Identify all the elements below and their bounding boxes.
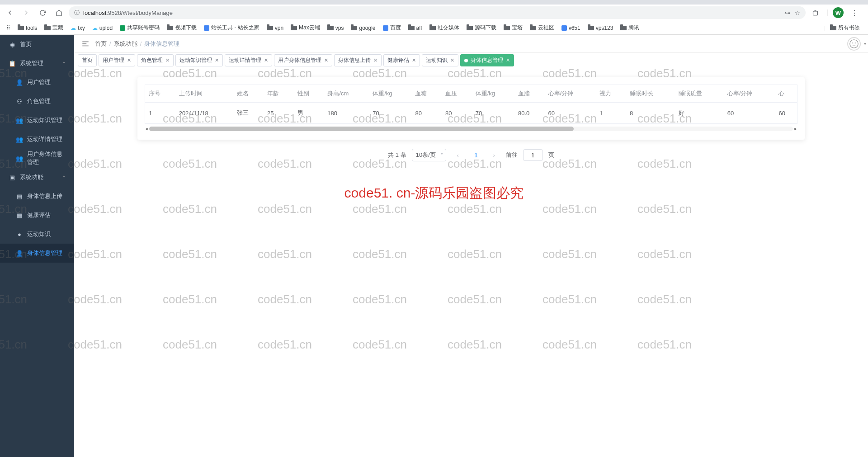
bookmark-item[interactable]: aff <box>406 22 425 33</box>
sidebar-item[interactable]: 👥运动详情管理 <box>0 130 74 149</box>
bookmark-item[interactable]: ☁uplod <box>90 22 115 33</box>
bookmark-item[interactable]: 社交媒体 <box>427 22 462 33</box>
close-icon[interactable]: ✕ <box>264 57 268 63</box>
tab-chip[interactable]: 运动详情管理✕ <box>225 54 272 66</box>
bookmark-item[interactable]: 视频下载 <box>164 22 199 33</box>
horizontal-scrollbar[interactable]: ◄ ► <box>145 125 797 132</box>
hamburger-icon[interactable] <box>81 40 90 48</box>
sidebar-label: 系统管理 <box>20 59 43 67</box>
bookmark-label: 云社区 <box>538 24 554 32</box>
sidebar-item-label: 用户管理 <box>27 78 51 86</box>
table-row[interactable]: 12024/11/18张三25男1807080807080.06018好6060 <box>145 103 797 124</box>
bookmark-item[interactable]: 腾讯 <box>618 22 642 33</box>
bookmark-item[interactable]: ☁txy <box>68 22 87 33</box>
next-page-button[interactable]: › <box>488 149 500 161</box>
bookmark-item[interactable]: vps <box>325 22 347 33</box>
bookmark-item[interactable]: 共享账号密码 <box>117 22 162 33</box>
table-header: 年龄 <box>264 85 294 103</box>
bookmark-item[interactable]: tools <box>15 22 40 33</box>
close-icon[interactable]: ✕ <box>412 57 416 63</box>
tab-chip[interactable]: 运动知识✕ <box>422 54 458 66</box>
breadcrumb-item[interactable]: 首页 <box>95 40 107 48</box>
folder-icon <box>327 26 334 30</box>
bookmark-item[interactable]: Max云端 <box>288 22 323 33</box>
bookmark-item[interactable]: 百度 <box>380 22 404 33</box>
sidebar-item-label: 运动详情管理 <box>27 135 62 143</box>
key-icon[interactable]: ⊶ <box>784 9 790 16</box>
sidebar-item[interactable]: 👤身体信息管理 <box>0 244 74 263</box>
sidebar: ◉ 首页 📋 系统管理 ˄ 👤用户管理⚇角色管理👥运动知识管理👥运动详情管理👥用… <box>0 35 74 457</box>
tab-chip[interactable]: 角色管理✕ <box>137 54 174 66</box>
item-icon: ● <box>16 231 23 237</box>
sidebar-item[interactable]: ▦健康评估 <box>0 206 74 225</box>
bookmark-item[interactable]: 源码下载 <box>464 22 499 33</box>
sidebar-item[interactable]: 👥用户身体信息管理 <box>0 149 74 168</box>
close-icon[interactable]: ✕ <box>165 57 170 63</box>
all-bookmarks[interactable]: 所有书签 <box>827 22 863 33</box>
back-button[interactable] <box>4 6 16 19</box>
close-icon[interactable]: ✕ <box>373 57 377 63</box>
tab-chip[interactable]: 身体信息管理✕ <box>460 54 514 66</box>
tab-chip[interactable]: 用户管理✕ <box>99 54 135 66</box>
table-cell: 男 <box>294 103 324 124</box>
user-avatar[interactable] <box>847 37 861 51</box>
bookmark-label: aff <box>416 25 422 31</box>
page-size-select[interactable]: 10条/页 <box>412 149 446 161</box>
close-icon[interactable]: ✕ <box>506 57 510 63</box>
forward-button[interactable] <box>20 6 33 19</box>
bookmark-item[interactable]: 宝塔 <box>501 22 525 33</box>
table-card: 序号上传时间姓名年龄性别身高/cm体重/kg血糖血压体重/kg血脂心率/分钟视力… <box>137 77 805 140</box>
sidebar-item-label: 用户身体信息管理 <box>27 150 65 166</box>
home-button[interactable] <box>52 6 65 19</box>
sidebar-item[interactable]: ▤身体信息上传 <box>0 187 74 206</box>
tab-chip[interactable]: 用户身体信息管理✕ <box>274 54 332 66</box>
scroll-right-icon[interactable]: ► <box>792 125 799 132</box>
star-icon[interactable]: ☆ <box>795 9 800 16</box>
bookmark-item[interactable]: google <box>348 22 378 33</box>
sidebar-item[interactable]: 👥运动知识管理 <box>0 111 74 130</box>
close-icon[interactable]: ✕ <box>324 57 328 63</box>
close-icon[interactable]: ✕ <box>450 57 454 63</box>
tab-chip[interactable]: 健康评估✕ <box>383 54 420 66</box>
close-icon[interactable]: ✕ <box>215 57 219 63</box>
table-header: 身高/cm <box>324 85 369 103</box>
tab-chip[interactable]: 运动知识管理✕ <box>175 54 223 66</box>
bookmark-item[interactable]: 站长工具 - 站长之家 <box>201 22 262 33</box>
sidebar-item[interactable]: ●运动知识 <box>0 225 74 244</box>
bookmark-item[interactable]: 云社区 <box>527 22 557 33</box>
apps-icon[interactable]: ⠿ <box>4 23 13 33</box>
tab-chip[interactable]: 首页 <box>78 54 97 66</box>
profile-avatar[interactable]: W <box>833 7 844 18</box>
goto-input[interactable] <box>523 149 543 161</box>
address-bar[interactable]: ⓘ localhost:9528/#/test/bodyManage ⊶ ☆ <box>69 6 806 19</box>
sidebar-item[interactable]: 👤用户管理 <box>0 73 74 92</box>
tab-chip[interactable]: 身体信息上传✕ <box>334 54 382 66</box>
active-dot-icon <box>464 59 468 62</box>
extensions-icon[interactable] <box>809 6 822 19</box>
table-cell: 2024/11/18 <box>175 103 234 124</box>
breadcrumb-item[interactable]: 系统功能 <box>114 40 137 48</box>
folder-icon <box>44 26 51 30</box>
sidebar-item-home[interactable]: ◉ 首页 <box>0 35 74 54</box>
prev-page-button[interactable]: ‹ <box>452 149 464 161</box>
sidebar-group-system[interactable]: 📋 系统管理 ˄ <box>0 54 74 73</box>
scrollbar-thumb[interactable] <box>149 127 574 131</box>
goto-label: 前往 <box>506 151 518 159</box>
sidebar-group-function[interactable]: ▣ 系统功能 ˄ <box>0 168 74 187</box>
menu-icon[interactable]: ⋮ <box>848 6 861 19</box>
bookmark-item[interactable]: vpn <box>264 22 286 33</box>
bookmark-item[interactable]: 宝藏 <box>42 22 66 33</box>
close-icon[interactable]: ✕ <box>127 57 131 63</box>
reload-button[interactable] <box>36 6 49 19</box>
table-header: 上传时间 <box>175 85 234 103</box>
table-header: 姓名 <box>233 85 264 103</box>
bookmark-item[interactable]: v651 <box>559 22 583 33</box>
pagination: 共 1 条 10条/页 ‹ 1 › 前往 页 <box>137 149 805 161</box>
table-header: 睡眠时长 <box>626 85 675 103</box>
svg-point-6 <box>855 42 855 43</box>
page-number[interactable]: 1 <box>470 149 482 161</box>
table-header: 视力 <box>596 85 626 103</box>
bookmark-item[interactable]: vps123 <box>585 22 616 33</box>
sidebar-item[interactable]: ⚇角色管理 <box>0 92 74 111</box>
site-icon <box>383 25 388 31</box>
